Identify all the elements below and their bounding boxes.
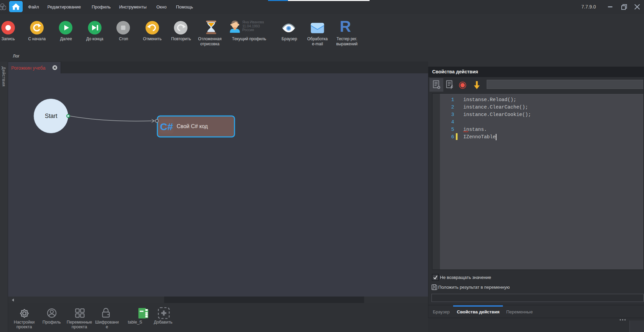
- svg-text:Свой C# код: Свой C# код: [177, 123, 208, 129]
- svg-text:Start: Start: [45, 113, 58, 119]
- svg-text:C#: C#: [160, 121, 173, 132]
